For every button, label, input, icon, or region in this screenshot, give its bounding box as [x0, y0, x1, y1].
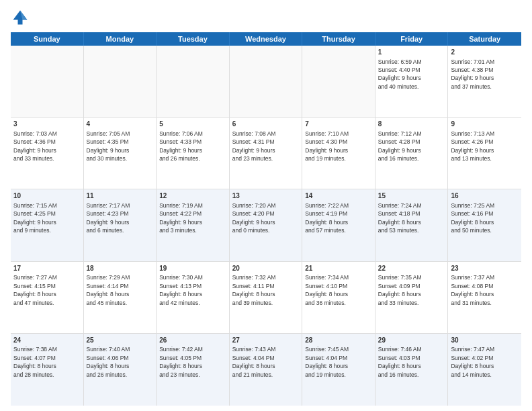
- day-number: 28: [305, 336, 372, 345]
- day-info: Sunrise: 7:17 AM Sunset: 4:23 PM Dayligh…: [87, 202, 130, 234]
- day-cell-9: 9Sunrise: 7:13 AM Sunset: 4:26 PM Daylig…: [448, 118, 521, 189]
- day-cell-30: 30Sunrise: 7:47 AM Sunset: 4:02 PM Dayli…: [448, 334, 521, 406]
- day-info: Sunrise: 7:29 AM Sunset: 4:14 PM Dayligh…: [87, 274, 130, 306]
- empty-cell: [11, 46, 84, 117]
- day-info: Sunrise: 7:12 AM Sunset: 4:28 PM Dayligh…: [378, 130, 422, 162]
- day-info: Sunrise: 7:10 AM Sunset: 4:30 PM Dayligh…: [305, 130, 349, 162]
- day-info: Sunrise: 7:34 AM Sunset: 4:10 PM Dayligh…: [305, 274, 349, 306]
- calendar: SundayMondayTuesdayWednesdayThursdayFrid…: [11, 32, 521, 406]
- day-info: Sunrise: 6:59 AM Sunset: 4:40 PM Dayligh…: [378, 58, 422, 90]
- day-header-wednesday: Wednesday: [230, 32, 303, 46]
- day-cell-8: 8Sunrise: 7:12 AM Sunset: 4:28 PM Daylig…: [375, 118, 449, 189]
- day-cell-25: 25Sunrise: 7:40 AM Sunset: 4:06 PM Dayli…: [84, 334, 157, 406]
- day-info: Sunrise: 7:15 AM Sunset: 4:25 PM Dayligh…: [13, 202, 57, 234]
- day-number: 6: [232, 120, 300, 129]
- day-number: 17: [13, 264, 81, 273]
- day-cell-15: 15Sunrise: 7:24 AM Sunset: 4:18 PM Dayli…: [375, 189, 449, 261]
- day-cell-18: 18Sunrise: 7:29 AM Sunset: 4:14 PM Dayli…: [84, 262, 157, 333]
- empty-cell: [230, 46, 303, 117]
- day-cell-5: 5Sunrise: 7:06 AM Sunset: 4:33 PM Daylig…: [157, 118, 230, 189]
- day-cell-29: 29Sunrise: 7:46 AM Sunset: 4:03 PM Dayli…: [375, 334, 449, 406]
- day-number: 16: [451, 191, 519, 201]
- day-info: Sunrise: 7:08 AM Sunset: 4:31 PM Dayligh…: [232, 130, 276, 162]
- day-cell-28: 28Sunrise: 7:45 AM Sunset: 4:04 PM Dayli…: [302, 334, 375, 406]
- empty-cell: [84, 46, 157, 117]
- day-info: Sunrise: 7:35 AM Sunset: 4:09 PM Dayligh…: [378, 274, 422, 306]
- day-header-tuesday: Tuesday: [157, 32, 230, 46]
- day-header-thursday: Thursday: [302, 32, 375, 46]
- day-number: 8: [378, 120, 445, 129]
- day-info: Sunrise: 7:13 AM Sunset: 4:26 PM Dayligh…: [451, 130, 494, 162]
- logo-icon: [11, 8, 30, 27]
- day-info: Sunrise: 7:30 AM Sunset: 4:13 PM Dayligh…: [159, 274, 203, 306]
- day-cell-2: 2Sunrise: 7:01 AM Sunset: 4:38 PM Daylig…: [448, 46, 521, 117]
- day-info: Sunrise: 7:03 AM Sunset: 4:36 PM Dayligh…: [13, 130, 57, 162]
- day-cell-26: 26Sunrise: 7:42 AM Sunset: 4:05 PM Dayli…: [157, 334, 230, 406]
- day-number: 5: [159, 120, 226, 129]
- day-info: Sunrise: 7:06 AM Sunset: 4:33 PM Dayligh…: [159, 130, 203, 162]
- day-number: 2: [451, 48, 519, 57]
- day-number: 14: [305, 191, 372, 201]
- empty-cell: [157, 46, 230, 117]
- day-cell-13: 13Sunrise: 7:20 AM Sunset: 4:20 PM Dayli…: [230, 189, 303, 261]
- day-cell-14: 14Sunrise: 7:22 AM Sunset: 4:19 PM Dayli…: [302, 189, 375, 261]
- day-number: 12: [159, 191, 226, 201]
- day-cell-23: 23Sunrise: 7:37 AM Sunset: 4:08 PM Dayli…: [448, 262, 521, 333]
- day-number: 19: [159, 264, 226, 273]
- day-number: 22: [378, 264, 445, 273]
- day-info: Sunrise: 7:01 AM Sunset: 4:38 PM Dayligh…: [451, 58, 494, 90]
- day-cell-11: 11Sunrise: 7:17 AM Sunset: 4:23 PM Dayli…: [84, 189, 157, 261]
- calendar-body: 1Sunrise: 6:59 AM Sunset: 4:40 PM Daylig…: [11, 46, 521, 406]
- day-number: 10: [13, 191, 81, 201]
- day-cell-22: 22Sunrise: 7:35 AM Sunset: 4:09 PM Dayli…: [375, 262, 449, 333]
- calendar-row-0: 1Sunrise: 6:59 AM Sunset: 4:40 PM Daylig…: [11, 46, 521, 118]
- day-info: Sunrise: 7:27 AM Sunset: 4:15 PM Dayligh…: [13, 274, 57, 306]
- day-number: 18: [87, 264, 154, 273]
- day-header-sunday: Sunday: [11, 32, 84, 46]
- day-info: Sunrise: 7:19 AM Sunset: 4:22 PM Dayligh…: [159, 202, 203, 234]
- day-info: Sunrise: 7:32 AM Sunset: 4:11 PM Dayligh…: [232, 274, 276, 306]
- day-number: 21: [305, 264, 372, 273]
- day-info: Sunrise: 7:25 AM Sunset: 4:16 PM Dayligh…: [451, 202, 494, 234]
- day-info: Sunrise: 7:42 AM Sunset: 4:05 PM Dayligh…: [159, 346, 203, 377]
- day-number: 11: [87, 191, 154, 201]
- day-number: 26: [159, 336, 226, 345]
- day-number: 20: [232, 264, 300, 273]
- day-info: Sunrise: 7:38 AM Sunset: 4:07 PM Dayligh…: [13, 346, 57, 377]
- day-cell-6: 6Sunrise: 7:08 AM Sunset: 4:31 PM Daylig…: [230, 118, 303, 189]
- day-info: Sunrise: 7:46 AM Sunset: 4:03 PM Dayligh…: [378, 346, 422, 377]
- day-cell-16: 16Sunrise: 7:25 AM Sunset: 4:16 PM Dayli…: [448, 189, 521, 261]
- day-cell-20: 20Sunrise: 7:32 AM Sunset: 4:11 PM Dayli…: [230, 262, 303, 333]
- day-cell-24: 24Sunrise: 7:38 AM Sunset: 4:07 PM Dayli…: [11, 334, 84, 406]
- day-cell-17: 17Sunrise: 7:27 AM Sunset: 4:15 PM Dayli…: [11, 262, 84, 333]
- day-cell-7: 7Sunrise: 7:10 AM Sunset: 4:30 PM Daylig…: [302, 118, 375, 189]
- day-info: Sunrise: 7:05 AM Sunset: 4:35 PM Dayligh…: [87, 130, 130, 162]
- calendar-row-4: 24Sunrise: 7:38 AM Sunset: 4:07 PM Dayli…: [11, 334, 521, 406]
- day-cell-10: 10Sunrise: 7:15 AM Sunset: 4:25 PM Dayli…: [11, 189, 84, 261]
- calendar-row-2: 10Sunrise: 7:15 AM Sunset: 4:25 PM Dayli…: [11, 189, 521, 261]
- day-number: 25: [87, 336, 154, 345]
- day-number: 23: [451, 264, 519, 273]
- logo: [11, 8, 32, 27]
- header: [11, 8, 521, 27]
- day-header-monday: Monday: [84, 32, 157, 46]
- day-cell-21: 21Sunrise: 7:34 AM Sunset: 4:10 PM Dayli…: [302, 262, 375, 333]
- day-number: 30: [451, 336, 519, 345]
- day-info: Sunrise: 7:22 AM Sunset: 4:19 PM Dayligh…: [305, 202, 349, 234]
- day-number: 1: [378, 48, 445, 57]
- day-cell-4: 4Sunrise: 7:05 AM Sunset: 4:35 PM Daylig…: [84, 118, 157, 189]
- day-header-friday: Friday: [375, 32, 449, 46]
- day-number: 15: [378, 191, 445, 201]
- day-info: Sunrise: 7:45 AM Sunset: 4:04 PM Dayligh…: [305, 346, 349, 377]
- day-info: Sunrise: 7:20 AM Sunset: 4:20 PM Dayligh…: [232, 202, 276, 234]
- day-cell-12: 12Sunrise: 7:19 AM Sunset: 4:22 PM Dayli…: [157, 189, 230, 261]
- day-number: 29: [378, 336, 445, 345]
- day-info: Sunrise: 7:47 AM Sunset: 4:02 PM Dayligh…: [451, 346, 494, 377]
- day-info: Sunrise: 7:40 AM Sunset: 4:06 PM Dayligh…: [87, 346, 130, 377]
- empty-cell: [302, 46, 375, 117]
- page: SundayMondayTuesdayWednesdayThursdayFrid…: [0, 0, 532, 411]
- day-info: Sunrise: 7:24 AM Sunset: 4:18 PM Dayligh…: [378, 202, 422, 234]
- day-info: Sunrise: 7:43 AM Sunset: 4:04 PM Dayligh…: [232, 346, 276, 377]
- day-cell-1: 1Sunrise: 6:59 AM Sunset: 4:40 PM Daylig…: [375, 46, 449, 117]
- day-number: 27: [232, 336, 300, 345]
